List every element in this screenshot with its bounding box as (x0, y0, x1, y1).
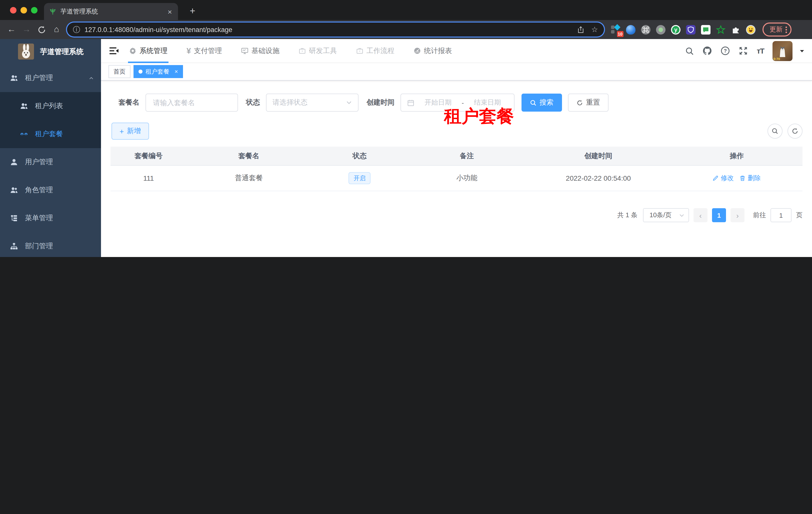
yen-icon: ¥ (186, 46, 191, 55)
cell-actions: 修改 删除 (671, 166, 803, 191)
nav-item-workflow[interactable]: 工作流程 (354, 39, 397, 63)
browser-tab[interactable]: 芋道管理系统 × (44, 3, 178, 20)
cell-id: 111 (111, 166, 186, 191)
sidebar-item-tenant-list[interactable]: 租户列表 (0, 92, 101, 120)
trash-icon (740, 175, 746, 181)
sidebar-item-role-management[interactable]: 角色管理 (0, 176, 101, 204)
extension-y-icon[interactable]: y (671, 25, 680, 34)
show-search-button[interactable] (767, 124, 783, 139)
app-logo-rabbit (18, 44, 34, 59)
table-row: 111 普通套餐 开启 小功能 2022-02-22 00:54:00 修改 (111, 166, 803, 191)
tab-close-icon[interactable]: × (167, 7, 173, 16)
status-select[interactable]: 请选择状态 (266, 93, 358, 112)
update-label: 更新 (770, 25, 783, 34)
delete-link[interactable]: 删除 (740, 174, 761, 183)
tag-home[interactable]: 首页 (109, 65, 130, 78)
fullscreen-icon[interactable] (739, 46, 748, 56)
app-logo-row[interactable]: 芋道管理系统 (0, 39, 101, 64)
search-button[interactable]: 搜索 (522, 93, 562, 112)
page-number-1[interactable]: 1 (712, 208, 726, 222)
extension-puzzle-icon[interactable] (731, 25, 741, 34)
app-header: 系统管理 ¥ 支付管理 基础设施 研发工具 (101, 39, 812, 63)
nav-item-dev-tools[interactable]: 研发工具 (296, 39, 339, 63)
cell-name: 普通套餐 (186, 166, 311, 191)
new-tab-button[interactable]: + (186, 5, 199, 17)
edit-link[interactable]: 修改 (713, 174, 734, 183)
extension-emoji-icon[interactable] (746, 25, 755, 34)
home-icon[interactable]: ⌂ (49, 25, 64, 34)
minimize-window-button[interactable] (21, 7, 27, 13)
extension-badge: 10 (617, 31, 624, 37)
app-title: 芋道管理系统 (40, 47, 84, 56)
zoom-window-button[interactable] (31, 7, 37, 13)
extension-star-icon[interactable] (716, 25, 725, 34)
sidebar-item-tenant-management[interactable]: 租户管理 (0, 64, 101, 92)
browser-update-button[interactable]: 更新 (762, 23, 791, 36)
sidebar-item-tenant-package[interactable]: 租户套餐 (0, 120, 101, 148)
status-badge[interactable]: 开启 (348, 172, 371, 184)
page-size-select[interactable]: 10条/页 (643, 208, 689, 222)
nav-item-system[interactable]: 系统管理 (127, 39, 170, 63)
main-area: 系统管理 ¥ 支付管理 基础设施 研发工具 (101, 39, 812, 257)
page-unit-label: 页 (796, 211, 803, 220)
bookmark-star-icon[interactable]: ☆ (591, 25, 598, 34)
screen: 芋道管理系统 × + ← → ⌂ i 127.0.0.1:48080/admin… (0, 0, 812, 257)
org-tree-icon (10, 242, 18, 250)
tag-tenant-package[interactable]: 租户套餐 × (134, 65, 183, 78)
extension-command-icon[interactable] (641, 25, 650, 34)
reload-icon[interactable] (34, 25, 49, 34)
sidebar-item-dept-management[interactable]: 部门管理 (0, 232, 101, 257)
reset-button[interactable]: 重置 (568, 93, 609, 112)
nav-item-reports[interactable]: 统计报表 (411, 39, 454, 63)
close-window-button[interactable] (10, 7, 17, 13)
calendar-icon (407, 99, 414, 106)
extension-shield-icon[interactable] (686, 25, 696, 34)
avatar-dropdown-caret-icon[interactable] (799, 48, 805, 54)
cell-remark: 小功能 (408, 166, 526, 191)
sidebar-item-user-management[interactable]: 用户管理 (0, 148, 101, 176)
search-icon[interactable] (685, 46, 694, 55)
goto-page-input[interactable] (771, 208, 791, 222)
app-window: 芋道管理系统 租户管理 租户列表 (0, 39, 812, 257)
cell-created: 2022-02-22 00:54:00 (526, 166, 671, 191)
col-header-status: 状态 (311, 147, 408, 165)
github-icon[interactable] (703, 46, 712, 56)
share-icon[interactable] (577, 26, 584, 33)
goto-page-input-field[interactable] (771, 209, 791, 222)
font-size-icon[interactable]: тT (757, 47, 764, 55)
date-field-label: 创建时间 (367, 98, 395, 107)
back-icon[interactable]: ← (4, 25, 19, 34)
search-icon (530, 99, 536, 106)
forward-icon[interactable]: → (19, 25, 34, 34)
collapse-sidebar-icon[interactable] (109, 45, 120, 56)
window-controls[interactable] (10, 7, 37, 13)
package-table: 套餐编号 套餐名 状态 备注 创建时间 操作 111 普通套餐 开启 小功能 (111, 147, 803, 191)
pagination-total: 共 1 条 (617, 211, 638, 220)
nav-item-payment[interactable]: ¥ 支付管理 (184, 39, 224, 63)
plus-icon: + (119, 127, 124, 135)
sidebar-item-menu-management[interactable]: 菜单管理 (0, 204, 101, 232)
extension-dot-icon[interactable] (656, 25, 666, 34)
tag-close-icon[interactable]: × (174, 68, 178, 75)
browser-menu-icon[interactable] (785, 25, 787, 34)
prev-page-button[interactable]: ‹ (694, 208, 707, 222)
goto-label: 前往 (753, 211, 766, 220)
active-tag-dot (139, 70, 143, 74)
extension-grid-diamond-icon[interactable]: 10 (611, 25, 620, 34)
package-name-input[interactable] (145, 93, 238, 112)
add-button[interactable]: + 新增 (112, 123, 149, 140)
next-page-button[interactable]: › (730, 208, 745, 222)
header-right-tools: ? тT 0:70 (685, 41, 805, 61)
extension-gem-icon[interactable] (626, 25, 636, 34)
url-text[interactable]: 127.0.0.1:48080/admin-ui/system/tenant/p… (85, 26, 570, 33)
avatar[interactable]: 0:70 (773, 41, 792, 61)
site-info-icon[interactable]: i (73, 26, 80, 33)
help-icon[interactable]: ? (721, 46, 730, 56)
url-bar[interactable]: i 127.0.0.1:48080/admin-ui/system/tenant… (67, 23, 604, 36)
col-header-id: 套餐编号 (111, 147, 186, 165)
nav-item-infrastructure[interactable]: 基础设施 (239, 39, 282, 63)
extension-chat-icon[interactable] (701, 25, 710, 34)
refresh-table-button[interactable] (787, 124, 803, 139)
chevron-down-icon (346, 100, 352, 106)
package-name-input-field[interactable] (152, 98, 232, 107)
